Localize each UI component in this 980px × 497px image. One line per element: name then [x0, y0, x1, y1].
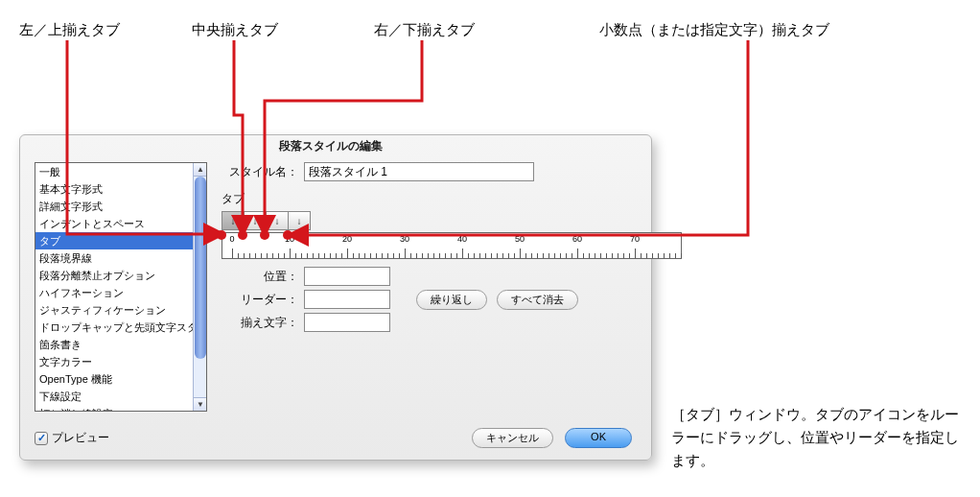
sidebar-item[interactable]: ジャスティフィケーション [35, 301, 197, 319]
sidebar-item[interactable]: 一般 [35, 163, 197, 180]
category-sidebar: 一般基本文字形式詳細文字形式インデントとスペースタブ段落境界線段落分離禁止オプシ… [35, 162, 207, 412]
annotation-left-tab: 左／上揃えタブ [19, 21, 120, 39]
tab-section-label: タブ [222, 191, 634, 207]
align-char-input[interactable] [304, 313, 390, 332]
ruler-number: 10 [285, 234, 294, 244]
tab-decimal-button[interactable]: ↓ [288, 211, 311, 230]
sidebar-item[interactable]: ドロップキャップと先頭文字スタイル [35, 319, 197, 336]
tab-right-button[interactable]: ↓ [266, 211, 289, 230]
sidebar-item[interactable]: インデントとスペース [35, 215, 197, 232]
style-name-label: スタイル名： [222, 164, 298, 180]
sidebar-item[interactable]: 下線設定 [35, 388, 197, 405]
ruler-number: 50 [515, 234, 525, 244]
leader-input[interactable] [304, 290, 390, 309]
tab-left-button[interactable]: ↓ [222, 211, 245, 230]
sidebar-scrollbar[interactable]: ▲ ▼ [193, 163, 206, 411]
sidebar-item[interactable]: 段落分離禁止オプション [35, 267, 197, 284]
style-name-input[interactable] [304, 162, 534, 181]
dialog-title: 段落スタイルの編集 [279, 138, 383, 154]
cancel-button[interactable]: キャンセル [472, 428, 553, 448]
figure-caption: ［タブ］ウィンドウ。タブのアイコンをルーラーにドラッグし、位置やリーダーを指定し… [671, 403, 968, 472]
paragraph-style-dialog: 段落スタイルの編集 一般基本文字形式詳細文字形式インデントとスペースタブ段落境界… [19, 134, 652, 461]
sidebar-item[interactable]: 文字カラー [35, 353, 197, 370]
ok-button[interactable]: OK [565, 428, 632, 448]
clear-all-button[interactable]: すべて消去 [497, 290, 578, 310]
sidebar-item[interactable]: 詳細文字形式 [35, 198, 197, 215]
ruler-number: 20 [342, 234, 352, 244]
position-label: 位置： [222, 269, 298, 285]
position-input[interactable] [304, 267, 390, 286]
sidebar-item[interactable]: 箇条書き [35, 336, 197, 353]
sidebar-item[interactable]: 段落境界線 [35, 249, 197, 267]
scroll-thumb[interactable] [195, 177, 206, 359]
ruler-number: 40 [457, 234, 467, 244]
scroll-up-arrow[interactable]: ▲ [194, 163, 207, 177]
preview-label: プレビュー [52, 430, 109, 446]
align-char-label: 揃え文字： [222, 315, 298, 331]
tab-ruler[interactable]: 0 10203040506070 [222, 232, 682, 259]
ruler-number: 30 [400, 234, 409, 244]
tab-alignment-buttons: ↓ ↓ ↓ ↓ [222, 211, 634, 230]
sidebar-item[interactable]: OpenType 機能 [35, 370, 197, 388]
sidebar-item[interactable]: 基本文字形式 [35, 180, 197, 198]
leader-label: リーダー： [222, 292, 298, 308]
ruler-number: 70 [630, 234, 640, 244]
annotation-right-tab: 右／下揃えタブ [374, 21, 475, 39]
annotation-center-tab: 中央揃えタブ [192, 21, 278, 39]
sidebar-item[interactable]: 打ち消し線設定 [35, 405, 197, 412]
repeat-button[interactable]: 繰り返し [416, 290, 487, 310]
ruler-number: 60 [572, 234, 582, 244]
sidebar-item[interactable]: ハイフネーション [35, 284, 197, 301]
ruler-tick-0: 0 [229, 234, 234, 244]
sidebar-item[interactable]: タブ [35, 232, 197, 249]
tab-center-button[interactable]: ↓ [244, 211, 267, 230]
scroll-down-arrow[interactable]: ▼ [194, 397, 207, 411]
preview-checkbox[interactable]: ✓ [35, 432, 48, 445]
annotation-decimal-tab: 小数点（または指定文字）揃えタブ [599, 21, 829, 39]
